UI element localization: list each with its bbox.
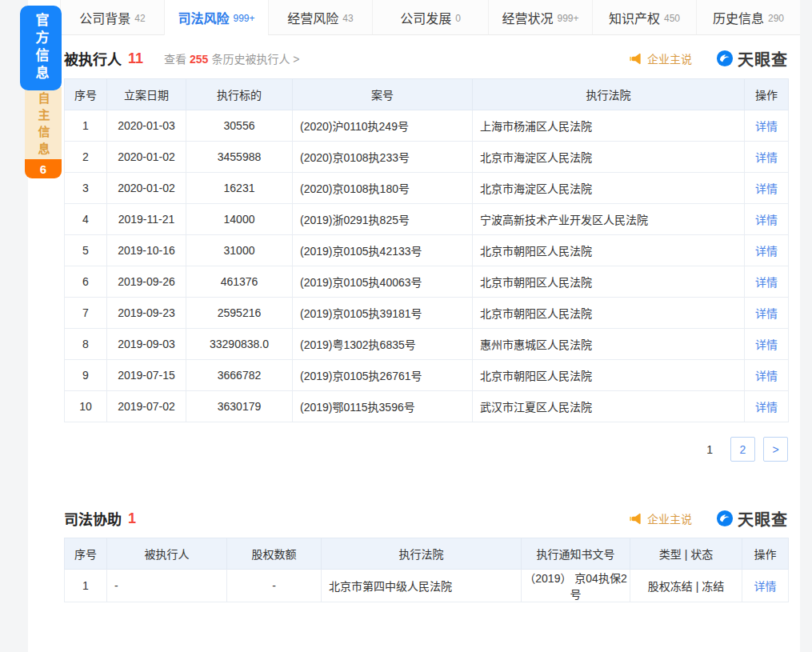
detail-link[interactable]: 详情 bbox=[755, 120, 778, 133]
tab-company-background[interactable]: 公司背景 42 bbox=[60, 0, 164, 35]
cell-case-no: (2019)粤1302执6835号 bbox=[293, 329, 473, 360]
self-info-ribbon[interactable]: 自主信息 6 bbox=[20, 87, 62, 178]
cell-no: 7 bbox=[65, 298, 107, 329]
tianyancha-logo-icon bbox=[716, 510, 734, 527]
detail-link[interactable]: 详情 bbox=[755, 151, 778, 164]
tab-operating-risk[interactable]: 经营风险 43 bbox=[268, 0, 372, 35]
main-card: 公司背景 42 司法风险 999+ 经营风险 43 公司发展 0 经营状况 99… bbox=[28, 0, 800, 652]
col-header-execution-target: 执行标的 bbox=[186, 79, 293, 110]
detail-link[interactable]: 详情 bbox=[755, 307, 778, 320]
col-header-no: 序号 bbox=[65, 79, 107, 110]
megaphone-icon bbox=[627, 51, 642, 66]
tianyancha-logo: 天眼查 bbox=[716, 507, 788, 530]
tab-count: 42 bbox=[134, 13, 145, 24]
cell-no: 8 bbox=[65, 329, 107, 360]
col-header-no: 序号 bbox=[65, 538, 107, 570]
tab-count: 290 bbox=[768, 13, 784, 24]
table-row: 1 2020-01-03 30556 (2020)沪0110执249号 上海市杨… bbox=[65, 110, 789, 142]
sifa-table-header-row: 序号 被执行人 股权数额 执行法院 执行通知书文号 类型 | 状态 操作 bbox=[65, 538, 789, 570]
cell-no: 1 bbox=[65, 570, 107, 602]
tianyancha-logo-text: 天眼查 bbox=[738, 507, 788, 530]
cell-amount: 14000 bbox=[186, 204, 293, 235]
cell-court: 北京市朝阳区人民法院 bbox=[473, 266, 745, 298]
cell-court: 北京市朝阳区人民法院 bbox=[473, 360, 745, 391]
history-link-number: 255 bbox=[190, 53, 208, 66]
col-header-executed-person: 被执行人 bbox=[107, 538, 227, 570]
zhixing-title: 被执行人 bbox=[64, 48, 122, 69]
tab-operating-status[interactable]: 经营状况 999+ bbox=[488, 0, 592, 35]
cell-date: 2019-09-23 bbox=[107, 298, 186, 329]
table-row: 2 2020-01-02 3455988 (2020)京0108执233号 北京… bbox=[65, 142, 789, 173]
detail-link[interactable]: 详情 bbox=[755, 245, 778, 258]
tab-history-info[interactable]: 历史信息 290 bbox=[696, 0, 800, 35]
cell-executed-person: - bbox=[107, 570, 227, 602]
history-zhixing-link[interactable]: 查看255条历史被执行人 > bbox=[164, 50, 299, 66]
detail-link[interactable]: 详情 bbox=[754, 580, 777, 593]
tab-label: 知识产权 bbox=[609, 8, 660, 27]
page-body: { "tabs": [ { "label": "公司背景", "count": … bbox=[0, 0, 812, 652]
company-speak-link[interactable]: 企业主说 bbox=[627, 510, 692, 526]
zhixing-table-header-row: 序号 立案日期 执行标的 案号 执行法院 操作 bbox=[65, 79, 789, 110]
cell-case-no: (2019)京0105执39181号 bbox=[293, 298, 473, 329]
sifa-table: 序号 被执行人 股权数额 执行法院 执行通知书文号 类型 | 状态 操作 1 -… bbox=[64, 538, 789, 602]
tab-label: 公司背景 bbox=[79, 8, 130, 27]
table-row: 7 2019-09-23 2595216 (2019)京0105执39181号 … bbox=[65, 298, 789, 329]
company-speak-label: 企业主说 bbox=[647, 50, 692, 66]
tianyancha-logo-text: 天眼查 bbox=[738, 47, 788, 70]
tab-judicial-risk[interactable]: 司法风险 999+ bbox=[164, 0, 268, 35]
detail-link[interactable]: 详情 bbox=[755, 370, 778, 382]
tab-label: 历史信息 bbox=[713, 8, 764, 27]
detail-link[interactable]: 详情 bbox=[755, 401, 778, 414]
detail-link[interactable]: 详情 bbox=[755, 338, 778, 351]
tab-count: 999+ bbox=[233, 13, 254, 24]
tab-count: 43 bbox=[342, 13, 353, 24]
sifa-section-header: 司法协助 1 企业主说 天眼查 bbox=[64, 506, 788, 530]
detail-link[interactable]: 详情 bbox=[755, 182, 778, 195]
cell-equity-amount: - bbox=[227, 570, 322, 602]
cell-notice-number: （2019） 京04执保2号 bbox=[522, 570, 630, 602]
official-info-ribbon[interactable]: 官方信息 bbox=[20, 6, 62, 90]
self-info-label: 自主信息 bbox=[25, 87, 62, 159]
cell-amount: 33290838.0 bbox=[186, 329, 293, 360]
cell-no: 5 bbox=[65, 235, 107, 266]
cell-amount: 31000 bbox=[186, 235, 293, 266]
cell-amount: 3666782 bbox=[186, 360, 293, 391]
cell-court: 武汉市江夏区人民法院 bbox=[473, 391, 745, 422]
detail-link[interactable]: 详情 bbox=[755, 276, 778, 289]
cell-date: 2019-09-03 bbox=[107, 329, 186, 360]
col-header-court: 执行法院 bbox=[473, 79, 745, 110]
header-right-cluster: 企业主说 天眼查 bbox=[627, 47, 788, 70]
tab-count: 999+ bbox=[557, 13, 578, 24]
cell-amount: 16231 bbox=[186, 173, 293, 204]
tab-intellectual-property[interactable]: 知识产权 450 bbox=[592, 0, 696, 35]
table-row: 9 2019-07-15 3666782 (2019)京0105执26761号 … bbox=[65, 360, 789, 391]
zhixing-section-header: 被执行人 11 查看255条历史被执行人 > 企业主说 天眼查 bbox=[64, 46, 788, 70]
pagination-page-2[interactable]: 2 bbox=[730, 437, 755, 462]
cell-no: 1 bbox=[65, 110, 107, 142]
cell-court: 北京市海淀区人民法院 bbox=[473, 173, 745, 204]
cell-case-no: (2019)浙0291执825号 bbox=[293, 204, 473, 235]
side-ribbons: 官方信息 自主信息 6 bbox=[20, 6, 62, 178]
cell-date: 2020-01-03 bbox=[107, 110, 186, 142]
tianyancha-logo-icon bbox=[716, 50, 734, 67]
tab-count: 0 bbox=[455, 13, 461, 24]
tab-label: 公司发展 bbox=[400, 8, 451, 27]
tab-company-development[interactable]: 公司发展 0 bbox=[372, 0, 488, 35]
cell-case-no: (2019)京0105执42133号 bbox=[293, 235, 473, 266]
cell-no: 3 bbox=[65, 173, 107, 204]
cell-no: 2 bbox=[65, 142, 107, 173]
cell-case-no: (2020)沪0110执249号 bbox=[293, 110, 473, 142]
cell-amount: 2595216 bbox=[186, 298, 293, 329]
cell-date: 2019-10-16 bbox=[107, 235, 186, 266]
cell-case-no: (2019)鄂0115执3596号 bbox=[293, 391, 473, 422]
detail-link[interactable]: 详情 bbox=[755, 214, 778, 226]
table-row: 8 2019-09-03 33290838.0 (2019)粤1302执6835… bbox=[65, 329, 789, 360]
table-row: 1 - - 北京市第四中级人民法院 （2019） 京04执保2号 股权冻结 | … bbox=[65, 570, 789, 602]
col-header-equity-amount: 股权数额 bbox=[227, 538, 322, 570]
company-speak-link[interactable]: 企业主说 bbox=[627, 50, 692, 66]
cell-no: 4 bbox=[65, 204, 107, 235]
pagination-next-button[interactable]: > bbox=[763, 437, 788, 462]
table-row: 3 2020-01-02 16231 (2020)京0108执180号 北京市海… bbox=[65, 173, 789, 204]
col-header-action: 操作 bbox=[745, 79, 789, 110]
pagination-current-page: 1 bbox=[697, 443, 722, 456]
